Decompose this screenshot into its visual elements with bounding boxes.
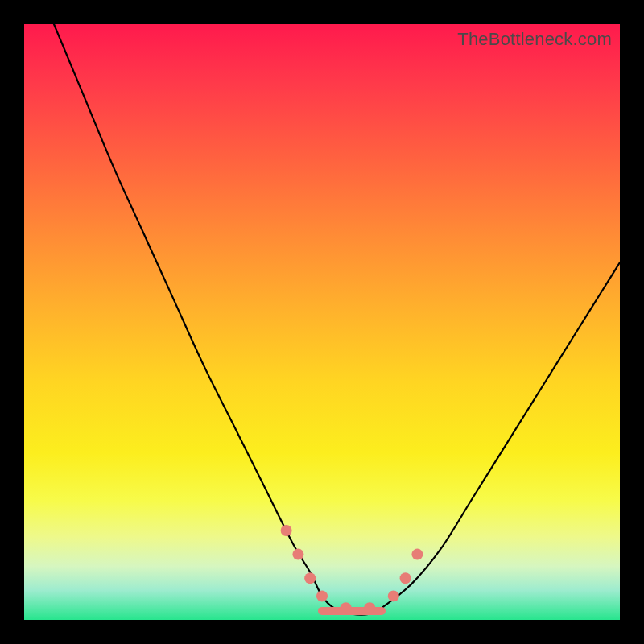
curve-marker-dot xyxy=(292,549,303,560)
curve-marker-dot xyxy=(341,602,352,613)
bottleneck-curve-path xyxy=(54,24,620,615)
curve-marker-dot xyxy=(281,525,292,536)
curve-marker-dot xyxy=(388,590,399,601)
plot-area: TheBottleneck.com xyxy=(24,24,620,620)
curve-marker-dot xyxy=(364,602,375,613)
curve-marker-group xyxy=(281,525,423,613)
chart-frame: TheBottleneck.com xyxy=(0,0,644,644)
bottleneck-curve-svg xyxy=(24,24,620,620)
curve-marker-dot xyxy=(400,572,411,584)
curve-marker-dot xyxy=(316,590,328,601)
curve-marker-dot xyxy=(411,549,423,560)
curve-marker-dot xyxy=(304,572,316,584)
